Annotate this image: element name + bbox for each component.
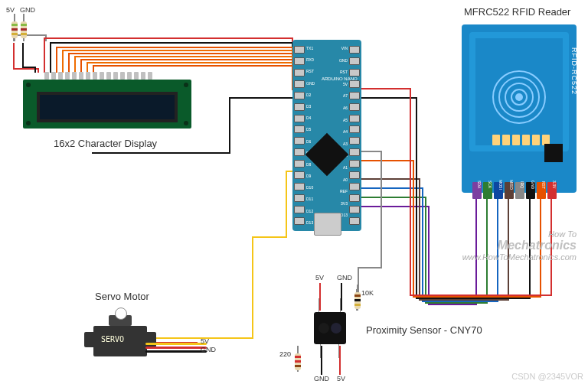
servo-motor: SERVO (93, 318, 162, 356)
arduino-nano: TX1RX0RSTGNDD2D3D4D5D6D7D8D9D10D11D12D13… (292, 40, 361, 231)
servo-title: Servo Motor (95, 291, 149, 302)
servo-5v: 5V (201, 337, 209, 345)
rfid-title: MFRC522 RFID Reader (464, 6, 570, 18)
rfid-module: RFID-RC522 SDASCKMOSIMISOIRQGNDRST3.3V (462, 24, 577, 193)
cny-top-5v: 5V (315, 274, 324, 281)
cny-bot-5v: 5V (337, 375, 345, 382)
csdn-watermark: CSDN @2345VOR (511, 372, 583, 381)
proximity-sensor (314, 312, 346, 344)
label-5v-top: 5V (6, 6, 15, 14)
rfid-side-label: RFID-RC522 (570, 47, 578, 95)
cny-r2: 220 (279, 350, 291, 358)
pulldown-resistor (357, 285, 358, 311)
nano-title: ARDUINO NANO (322, 76, 358, 81)
servo-gnd: GND (201, 346, 216, 353)
watermark: How To Mechatronics www.HowToMechatronic… (462, 229, 577, 262)
power-pullups (9, 14, 40, 44)
cny-bot-gnd: GND (314, 375, 329, 382)
lcd-display: for(let i=0;i<16;i++)document.write('<di… (23, 80, 191, 129)
cny-top-gnd: GND (337, 274, 352, 281)
label-gnd-top: GND (20, 6, 35, 14)
cny-10k: 10K (361, 289, 374, 297)
led-resistor (297, 346, 299, 372)
cny-title: Proximity Sensor - CNY70 (366, 324, 482, 336)
lcd-label: 16x2 Character Display (54, 138, 157, 149)
